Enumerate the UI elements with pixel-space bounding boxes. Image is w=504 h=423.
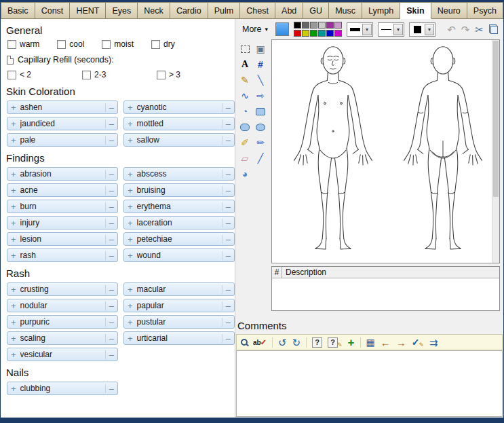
add-icon[interactable]: + [11, 170, 16, 179]
checkbox-box[interactable] [157, 71, 166, 79]
tab-neuro[interactable]: Neuro [431, 2, 467, 19]
findings-abscess-button[interactable]: +abscess– [123, 167, 235, 181]
findings-rash-button[interactable]: +rash– [7, 249, 118, 262]
findings-laceration-button[interactable]: +laceration– [123, 216, 235, 229]
skin-coloration-jaundiced-button[interactable]: +jaundiced– [7, 117, 118, 130]
curve-tool[interactable]: ∿ [238, 89, 252, 103]
tab-neck[interactable]: Neck [138, 2, 170, 19]
color-swatch-7[interactable] [318, 30, 326, 37]
skin-coloration-cyanotic-button[interactable]: +cyanotic– [123, 100, 235, 114]
skin-coloration-ashen-button[interactable]: +ashen– [7, 100, 118, 114]
add-icon[interactable]: + [11, 251, 16, 260]
add-icon[interactable]: + [128, 170, 133, 179]
line-tool[interactable]: ╲ [254, 73, 267, 87]
insert-template-icon[interactable]: ▦ [366, 337, 375, 347]
marker-tool[interactable]: ✏ [254, 136, 267, 149]
add-icon[interactable]: + [11, 334, 16, 343]
rash-crusting-button[interactable]: +crusting– [7, 282, 118, 296]
add-icon[interactable]: + [128, 301, 133, 310]
tab-lymph[interactable]: Lymph [362, 2, 400, 19]
add-icon[interactable]: + [11, 202, 16, 211]
add-icon[interactable]: + [11, 136, 16, 145]
line-width-combo[interactable]: ▾ [347, 22, 373, 37]
remove-icon[interactable]: – [105, 301, 114, 310]
remove-icon[interactable]: – [222, 103, 231, 112]
color-swatch-3[interactable] [302, 30, 309, 37]
add-icon[interactable]: + [128, 202, 133, 211]
add-icon[interactable]: + [128, 251, 133, 260]
color-swatch-0[interactable] [294, 22, 301, 29]
highlighter-tool[interactable]: ✐ [238, 136, 252, 149]
chevron-down-icon[interactable]: ▾ [362, 24, 372, 35]
copy-icon[interactable] [489, 24, 498, 34]
tab-musc[interactable]: Musc [329, 2, 362, 19]
tab-basic[interactable]: Basic [1, 2, 35, 19]
select-tool[interactable] [238, 42, 252, 56]
comments-input[interactable] [236, 350, 503, 417]
remove-icon[interactable]: – [105, 186, 114, 195]
arrow-tool[interactable]: ⇨ [254, 89, 267, 103]
tab-hent[interactable]: HENT [70, 2, 106, 19]
checkbox-box[interactable] [7, 71, 16, 79]
findings-acne-button[interactable]: +acne– [7, 183, 118, 197]
remove-icon[interactable]: – [105, 103, 114, 112]
skin-coloration-sallow-button[interactable]: +sallow– [123, 133, 235, 147]
tab-cardio[interactable]: Cardio [170, 2, 208, 19]
rash-papular-button[interactable]: +papular– [123, 299, 235, 312]
rash-macular-button[interactable]: +macular– [123, 282, 235, 296]
add-icon[interactable]: + [128, 186, 133, 195]
add-icon[interactable]: + [11, 219, 16, 227]
line-style-combo[interactable]: ▾ [378, 22, 404, 37]
tab-psych[interactable]: Psych [467, 2, 503, 19]
add-icon[interactable]: + [128, 285, 133, 294]
spellcheck-icon[interactable]: ab✓ [253, 339, 267, 346]
next-icon[interactable]: → [396, 337, 406, 348]
color-swatch-5[interactable] [310, 30, 317, 37]
add-icon[interactable]: + [11, 285, 16, 294]
rash-vesicular-button[interactable]: +vesicular– [7, 348, 118, 361]
arc-tool[interactable]: ◔ [238, 105, 252, 118]
add-icon[interactable]: + [11, 103, 16, 112]
tab-skin[interactable]: Skin [400, 2, 431, 19]
tab-pulm[interactable]: Pulm [208, 2, 241, 19]
checkbox-box[interactable] [82, 71, 91, 79]
remove-icon[interactable]: – [105, 119, 114, 128]
ellipse-tool[interactable] [254, 120, 267, 134]
add-icon[interactable]: + [128, 334, 133, 343]
number-stamp-tool[interactable]: # [254, 58, 267, 71]
scrollbar-thumb[interactable] [493, 41, 499, 197]
findings-injury-button[interactable]: +injury– [7, 216, 118, 229]
add-icon[interactable]: + [11, 301, 16, 310]
drawing-canvas[interactable] [271, 39, 500, 263]
sign-icon[interactable]: ✓✎ [412, 337, 424, 347]
redo-icon[interactable]: ↻ [292, 337, 301, 348]
add-icon[interactable]: + [128, 235, 133, 244]
remove-icon[interactable]: – [222, 202, 231, 211]
current-color-swatch[interactable] [275, 22, 289, 36]
text-tool[interactable]: A [238, 58, 252, 71]
remove-icon[interactable]: – [105, 334, 114, 343]
eraser-tool[interactable]: ▱ [238, 151, 252, 165]
color-swatch-4[interactable] [310, 22, 317, 29]
skin-coloration-pale-button[interactable]: +pale– [7, 133, 118, 147]
undo-icon[interactable]: ↺ [278, 337, 287, 348]
color-swatch-1[interactable] [294, 30, 301, 37]
color-swatch-2[interactable] [302, 22, 309, 29]
tab-gu[interactable]: GU [303, 2, 329, 19]
color-swatch-6[interactable] [318, 22, 326, 29]
cut-icon[interactable]: ✂ [475, 24, 484, 35]
description-table-body[interactable] [272, 278, 499, 310]
findings-burn-button[interactable]: +burn– [7, 200, 118, 213]
remove-icon[interactable]: – [105, 219, 114, 227]
add-icon[interactable]: + [128, 119, 133, 128]
tab-const[interactable]: Const [35, 2, 71, 19]
canvas-scrollbar[interactable] [492, 40, 499, 263]
tab-abd[interactable]: Abd [275, 2, 303, 19]
rash-urticarial-button[interactable]: +urticarial– [123, 331, 235, 345]
remove-icon[interactable]: – [222, 186, 231, 195]
rash-pustular-button[interactable]: +pustular– [123, 315, 235, 329]
findings-erythema-button[interactable]: +erythema– [123, 200, 235, 213]
findings-petechiae-button[interactable]: +petechiae– [123, 232, 235, 246]
remove-icon[interactable]: – [222, 301, 231, 310]
remove-icon[interactable]: – [222, 285, 231, 294]
